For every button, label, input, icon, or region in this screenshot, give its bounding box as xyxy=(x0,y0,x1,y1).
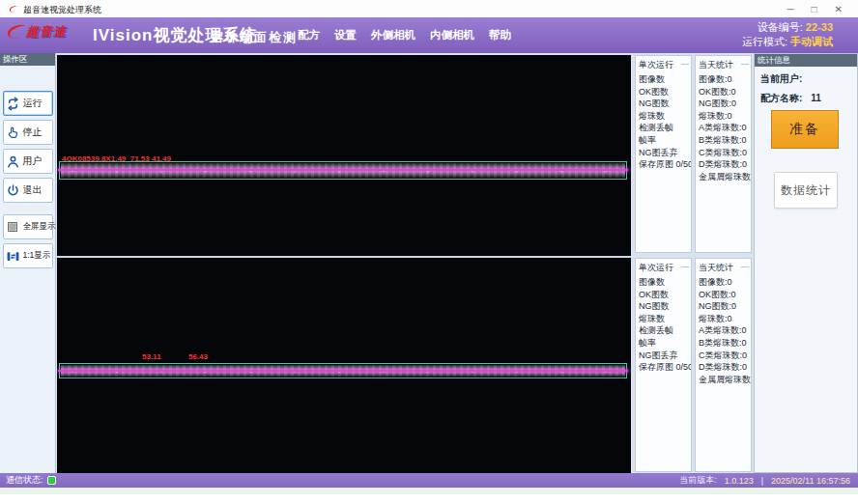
stat-row: 熔珠数 xyxy=(636,313,691,325)
maximize-button[interactable]: □ xyxy=(812,3,817,16)
run-arrows-icon xyxy=(6,97,20,111)
stat-row: 保存原图 0/500 xyxy=(636,361,691,374)
stat-row: NG图丢弃 xyxy=(636,147,691,159)
panel-title: 单次运行 xyxy=(636,261,691,276)
info-panel-title: 统计信息 xyxy=(755,54,857,67)
today-stats-panel-bottom: 当天统计 图像数:0 OK图数:0 NG图数:0 熔珠数:0 A类熔珠数:0 B… xyxy=(695,258,752,472)
brand-text: 超音速 xyxy=(26,23,67,41)
comm-status-indicator xyxy=(47,476,56,485)
stat-row: D类熔珠数:0 xyxy=(696,361,751,374)
fullscreen-button[interactable]: 全屏显示 xyxy=(3,214,53,239)
stat-row: OK图数 xyxy=(636,289,691,301)
menu-inner-camera[interactable]: 内侧相机 xyxy=(430,28,474,42)
stat-row: NG图数 xyxy=(636,98,691,110)
stat-row: OK图数:0 xyxy=(696,86,751,98)
user-button[interactable]: 用户 xyxy=(3,149,53,174)
status-bar: 通信状态: 当前版本: 1.0.123 | 2025/02/11 16:57:5… xyxy=(0,473,858,488)
recipe-name-value: 11 xyxy=(811,93,821,103)
window-edge xyxy=(0,488,858,494)
power-icon xyxy=(6,183,20,198)
stat-row: 图像数:0 xyxy=(696,73,751,86)
close-button[interactable]: ✕ xyxy=(835,3,843,16)
stat-row: 熔珠数:0 xyxy=(696,313,751,325)
app-logo-icon xyxy=(8,4,19,14)
laser-line xyxy=(58,169,628,171)
stat-row: C类熔珠数:0 xyxy=(696,350,751,362)
stat-row: 熔珠数:0 xyxy=(696,110,751,123)
stat-row: C类熔珠数:0 xyxy=(696,147,751,159)
menu-settings[interactable]: 设置 xyxy=(334,28,357,42)
page-subtitle: 熔珠端面检测 xyxy=(211,29,298,46)
stat-row: 检测丢帧 xyxy=(636,324,691,337)
stat-row: A类熔珠数:0 xyxy=(696,324,751,337)
single-run-panel-top: 单次运行 图像数 OK图数 NG图数 熔珠数 检测丢帧 帧率 NG图丢弃 保存原… xyxy=(635,55,692,253)
user-icon xyxy=(6,154,20,169)
run-button[interactable]: 运行 xyxy=(3,91,53,116)
laser-line xyxy=(58,370,628,372)
stat-row: 帧率 xyxy=(636,337,691,350)
stat-row: OK图数 xyxy=(636,86,691,98)
stop-hand-icon xyxy=(6,126,20,140)
run-mode-value: 手动调试 xyxy=(790,36,833,47)
os-titlebar: 超音速视觉处理系统 ─ □ ✕ xyxy=(0,0,858,17)
app-window: 超音速视觉处理系统 ─ □ ✕ 超音速 IVision视觉处理系统 熔珠端面检测… xyxy=(0,0,858,504)
panel-title: 当天统计 xyxy=(696,261,751,276)
single-run-panel-bottom: 单次运行 图像数 OK图数 NG图数 熔珠数 检测丢帧 帧率 NG图丢弃 保存原… xyxy=(635,258,692,472)
device-number-label: 设备编号: xyxy=(758,21,803,33)
brand-swoosh-icon xyxy=(5,22,28,42)
stat-row: 帧率 xyxy=(636,134,691,147)
menu-help[interactable]: 帮助 xyxy=(489,28,511,42)
stat-row: 金属屑熔珠数:0 xyxy=(696,374,751,386)
operation-sidebar: 操作区 运行 停止 用户 xyxy=(0,53,56,473)
outer-camera-view[interactable]: 4OK08539.8X1.49 71.53 41.49 xyxy=(57,55,631,256)
today-stats-panel-top: 当天统计 图像数:0 OK图数:0 NG图数:0 熔珠数:0 A类熔珠数:0 B… xyxy=(695,55,752,253)
stop-button-label: 停止 xyxy=(23,126,43,139)
stat-row: 金属屑熔珠数:0 xyxy=(696,171,751,183)
stat-row: 熔珠数 xyxy=(636,110,691,123)
user-button-label: 用户 xyxy=(23,154,43,168)
run-button-label: 运行 xyxy=(23,97,43,110)
version-label: 当前版本: xyxy=(679,474,717,487)
current-user-label: 当前用户: xyxy=(760,73,802,84)
roi-box xyxy=(59,363,627,378)
status-separator: | xyxy=(761,476,763,486)
stat-row: NG图丢弃 xyxy=(636,350,691,362)
fullscreen-button-label: 全屏显示 xyxy=(23,221,56,233)
device-number-value: 22-33 xyxy=(806,21,833,33)
one-to-one-button-label: 1:1显示 xyxy=(23,250,51,262)
stat-row: A类熔珠数:0 xyxy=(696,122,751,134)
stat-row: OK图数:0 xyxy=(696,289,751,301)
stat-row: 图像数 xyxy=(636,73,691,86)
window-title: 超音速视觉处理系统 xyxy=(23,4,101,16)
device-info: 设备编号: 22-33 运行模式: 手动调试 xyxy=(742,20,833,49)
stat-row: NG图数:0 xyxy=(696,300,751,313)
roi-box xyxy=(59,161,627,180)
minimize-button[interactable]: ─ xyxy=(786,3,793,16)
exit-button-label: 退出 xyxy=(23,183,43,197)
stat-row: 保存原图 0/500 xyxy=(636,158,691,171)
panel-title: 当天统计 xyxy=(696,58,751,73)
stat-row: 图像数 xyxy=(636,276,691,289)
stop-button[interactable]: 停止 xyxy=(3,120,53,145)
stat-row: D类熔珠数:0 xyxy=(696,158,751,171)
recipe-name-label: 配方名称: xyxy=(760,93,802,103)
stat-row: NG图数:0 xyxy=(696,98,751,110)
panel-title: 单次运行 xyxy=(636,58,691,73)
datetime-value: 2025/02/11 16:57:56 xyxy=(771,476,850,486)
sidebar-title: 操作区 xyxy=(0,53,55,66)
main-menu: 配方 设置 外侧相机 内侧相机 帮助 xyxy=(298,17,511,53)
exit-button[interactable]: 退出 xyxy=(3,178,53,203)
inner-camera-view[interactable]: 53.11 56.43 xyxy=(57,258,631,473)
stat-row: 图像数:0 xyxy=(696,276,751,289)
app-header: 超音速 IVision视觉处理系统 熔珠端面检测 配方 设置 外侧相机 内侧相机… xyxy=(0,17,858,53)
data-statistics-button[interactable]: 数据统计 xyxy=(774,172,838,209)
ready-button[interactable]: 准备 xyxy=(771,110,839,149)
menu-outer-camera[interactable]: 外侧相机 xyxy=(371,28,415,42)
statistics-info-panel: 统计信息 当前用户: 配方名称: 11 准备 数据统计 xyxy=(754,53,858,473)
fullscreen-icon xyxy=(6,220,20,235)
comm-status-label: 通信状态: xyxy=(6,474,43,487)
menu-recipe[interactable]: 配方 xyxy=(298,28,320,42)
one-to-one-icon xyxy=(6,249,20,264)
version-value: 1.0.123 xyxy=(725,476,754,486)
one-to-one-button[interactable]: 1:1显示 xyxy=(3,243,53,268)
